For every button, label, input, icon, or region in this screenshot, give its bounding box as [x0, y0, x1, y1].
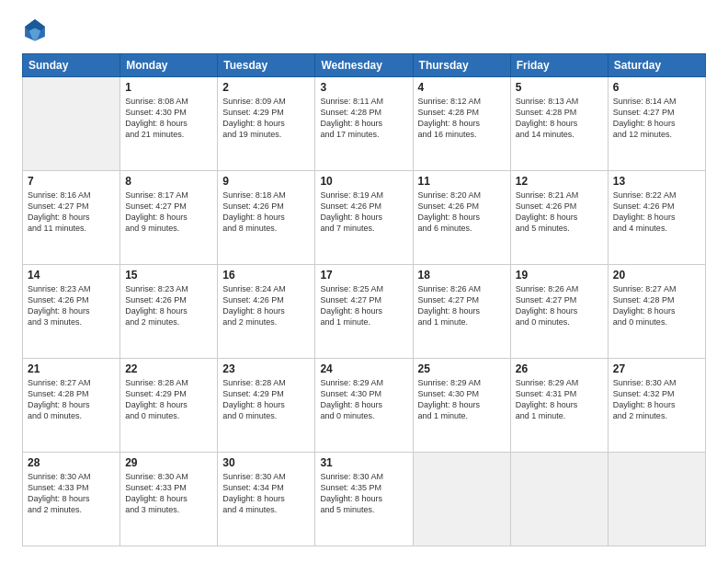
- cell-text: Sunrise: 8:22 AM Sunset: 4:26 PM Dayligh…: [613, 190, 700, 235]
- calendar-cell: 19Sunrise: 8:26 AM Sunset: 4:27 PM Dayli…: [510, 265, 608, 359]
- day-number: 8: [125, 175, 212, 188]
- calendar-cell: 14Sunrise: 8:23 AM Sunset: 4:26 PM Dayli…: [23, 265, 120, 359]
- calendar-header-sunday: Sunday: [23, 54, 120, 77]
- calendar-week-5: 28Sunrise: 8:30 AM Sunset: 4:33 PM Dayli…: [23, 453, 706, 546]
- cell-text: Sunrise: 8:26 AM Sunset: 4:27 PM Dayligh…: [516, 283, 603, 328]
- calendar-cell: 12Sunrise: 8:21 AM Sunset: 4:26 PM Dayli…: [510, 171, 608, 265]
- cell-text: Sunrise: 8:30 AM Sunset: 4:35 PM Dayligh…: [320, 471, 407, 516]
- day-number: 21: [28, 362, 115, 375]
- day-number: 13: [613, 175, 700, 188]
- day-number: 25: [418, 362, 506, 375]
- cell-text: Sunrise: 8:27 AM Sunset: 4:28 PM Dayligh…: [28, 377, 115, 422]
- day-number: 12: [516, 175, 603, 188]
- day-number: 31: [320, 456, 407, 469]
- calendar-cell: 23Sunrise: 8:28 AM Sunset: 4:29 PM Dayli…: [218, 359, 315, 453]
- calendar-cell: 30Sunrise: 8:30 AM Sunset: 4:34 PM Dayli…: [218, 453, 315, 546]
- cell-text: Sunrise: 8:30 AM Sunset: 4:34 PM Dayligh…: [222, 471, 310, 516]
- cell-text: Sunrise: 8:29 AM Sunset: 4:31 PM Dayligh…: [516, 377, 603, 422]
- calendar-cell: 24Sunrise: 8:29 AM Sunset: 4:30 PM Dayli…: [315, 359, 413, 453]
- calendar-cell: [23, 77, 120, 171]
- calendar-cell: 8Sunrise: 8:17 AM Sunset: 4:27 PM Daylig…: [120, 171, 218, 265]
- cell-text: Sunrise: 8:29 AM Sunset: 4:30 PM Dayligh…: [418, 377, 506, 422]
- calendar-week-1: 1Sunrise: 8:08 AM Sunset: 4:30 PM Daylig…: [23, 77, 706, 171]
- cell-text: Sunrise: 8:29 AM Sunset: 4:30 PM Dayligh…: [320, 377, 407, 422]
- calendar-cell: 15Sunrise: 8:23 AM Sunset: 4:26 PM Dayli…: [120, 265, 218, 359]
- day-number: 27: [613, 362, 700, 375]
- cell-text: Sunrise: 8:08 AM Sunset: 4:30 PM Dayligh…: [125, 96, 212, 141]
- day-number: 3: [320, 81, 407, 94]
- day-number: 1: [125, 81, 212, 94]
- calendar-cell: 22Sunrise: 8:28 AM Sunset: 4:29 PM Dayli…: [120, 359, 218, 453]
- day-number: 30: [222, 456, 310, 469]
- calendar-cell: 1Sunrise: 8:08 AM Sunset: 4:30 PM Daylig…: [120, 77, 218, 171]
- cell-text: Sunrise: 8:21 AM Sunset: 4:26 PM Dayligh…: [516, 190, 603, 235]
- calendar-header-wednesday: Wednesday: [315, 54, 413, 77]
- calendar-week-3: 14Sunrise: 8:23 AM Sunset: 4:26 PM Dayli…: [23, 265, 706, 359]
- calendar-table: SundayMondayTuesdayWednesdayThursdayFrid…: [22, 53, 706, 546]
- calendar-cell: 10Sunrise: 8:19 AM Sunset: 4:26 PM Dayli…: [315, 171, 413, 265]
- day-number: 2: [222, 81, 310, 94]
- cell-text: Sunrise: 8:14 AM Sunset: 4:27 PM Dayligh…: [613, 96, 700, 141]
- day-number: 26: [516, 362, 603, 375]
- calendar-cell: 3Sunrise: 8:11 AM Sunset: 4:28 PM Daylig…: [315, 77, 413, 171]
- day-number: 15: [125, 269, 212, 282]
- cell-text: Sunrise: 8:30 AM Sunset: 4:33 PM Dayligh…: [125, 471, 212, 516]
- day-number: 22: [125, 362, 212, 375]
- cell-text: Sunrise: 8:19 AM Sunset: 4:26 PM Dayligh…: [320, 190, 407, 235]
- calendar-cell: 11Sunrise: 8:20 AM Sunset: 4:26 PM Dayli…: [413, 171, 510, 265]
- calendar-cell: 21Sunrise: 8:27 AM Sunset: 4:28 PM Dayli…: [23, 359, 120, 453]
- calendar-cell: 25Sunrise: 8:29 AM Sunset: 4:30 PM Dayli…: [413, 359, 510, 453]
- calendar-header-row: SundayMondayTuesdayWednesdayThursdayFrid…: [23, 54, 706, 77]
- cell-text: Sunrise: 8:23 AM Sunset: 4:26 PM Dayligh…: [28, 283, 115, 328]
- generalblue-icon: [22, 17, 48, 42]
- calendar-cell: 27Sunrise: 8:30 AM Sunset: 4:32 PM Dayli…: [608, 359, 705, 453]
- page: SundayMondayTuesdayWednesdayThursdayFrid…: [0, 0, 728, 563]
- calendar-cell: 20Sunrise: 8:27 AM Sunset: 4:28 PM Dayli…: [608, 265, 705, 359]
- day-number: 23: [222, 362, 310, 375]
- calendar-cell: 5Sunrise: 8:13 AM Sunset: 4:28 PM Daylig…: [510, 77, 608, 171]
- header: [22, 17, 706, 42]
- logo: [22, 17, 50, 42]
- cell-text: Sunrise: 8:23 AM Sunset: 4:26 PM Dayligh…: [125, 283, 212, 328]
- cell-text: Sunrise: 8:09 AM Sunset: 4:29 PM Dayligh…: [222, 96, 310, 141]
- calendar-cell: 31Sunrise: 8:30 AM Sunset: 4:35 PM Dayli…: [315, 453, 413, 546]
- cell-text: Sunrise: 8:20 AM Sunset: 4:26 PM Dayligh…: [418, 190, 506, 235]
- cell-text: Sunrise: 8:26 AM Sunset: 4:27 PM Dayligh…: [418, 283, 506, 328]
- calendar-cell: 13Sunrise: 8:22 AM Sunset: 4:26 PM Dayli…: [608, 171, 705, 265]
- calendar-cell: [510, 453, 608, 546]
- calendar-cell: [413, 453, 510, 546]
- cell-text: Sunrise: 8:11 AM Sunset: 4:28 PM Dayligh…: [320, 96, 407, 141]
- calendar-header-tuesday: Tuesday: [218, 54, 315, 77]
- day-number: 9: [222, 175, 310, 188]
- day-number: 10: [320, 175, 407, 188]
- cell-text: Sunrise: 8:27 AM Sunset: 4:28 PM Dayligh…: [613, 283, 700, 328]
- day-number: 19: [516, 269, 603, 282]
- day-number: 29: [125, 456, 212, 469]
- calendar-cell: 7Sunrise: 8:16 AM Sunset: 4:27 PM Daylig…: [23, 171, 120, 265]
- day-number: 7: [28, 175, 115, 188]
- calendar-header-thursday: Thursday: [413, 54, 510, 77]
- calendar-cell: 29Sunrise: 8:30 AM Sunset: 4:33 PM Dayli…: [120, 453, 218, 546]
- cell-text: Sunrise: 8:17 AM Sunset: 4:27 PM Dayligh…: [125, 190, 212, 235]
- calendar-cell: 26Sunrise: 8:29 AM Sunset: 4:31 PM Dayli…: [510, 359, 608, 453]
- calendar-header-saturday: Saturday: [608, 54, 705, 77]
- calendar-cell: 2Sunrise: 8:09 AM Sunset: 4:29 PM Daylig…: [218, 77, 315, 171]
- calendar-cell: 16Sunrise: 8:24 AM Sunset: 4:26 PM Dayli…: [218, 265, 315, 359]
- calendar-cell: 6Sunrise: 8:14 AM Sunset: 4:27 PM Daylig…: [608, 77, 705, 171]
- calendar-cell: 17Sunrise: 8:25 AM Sunset: 4:27 PM Dayli…: [315, 265, 413, 359]
- day-number: 5: [516, 81, 603, 94]
- cell-text: Sunrise: 8:30 AM Sunset: 4:33 PM Dayligh…: [28, 471, 115, 516]
- calendar-week-4: 21Sunrise: 8:27 AM Sunset: 4:28 PM Dayli…: [23, 359, 706, 453]
- cell-text: Sunrise: 8:28 AM Sunset: 4:29 PM Dayligh…: [125, 377, 212, 422]
- calendar-cell: 4Sunrise: 8:12 AM Sunset: 4:28 PM Daylig…: [413, 77, 510, 171]
- cell-text: Sunrise: 8:28 AM Sunset: 4:29 PM Dayligh…: [222, 377, 310, 422]
- cell-text: Sunrise: 8:16 AM Sunset: 4:27 PM Dayligh…: [28, 190, 115, 235]
- day-number: 17: [320, 269, 407, 282]
- cell-text: Sunrise: 8:13 AM Sunset: 4:28 PM Dayligh…: [516, 96, 603, 141]
- cell-text: Sunrise: 8:18 AM Sunset: 4:26 PM Dayligh…: [222, 190, 310, 235]
- calendar-header-friday: Friday: [510, 54, 608, 77]
- day-number: 4: [418, 81, 506, 94]
- calendar-cell: 28Sunrise: 8:30 AM Sunset: 4:33 PM Dayli…: [23, 453, 120, 546]
- day-number: 14: [28, 269, 115, 282]
- cell-text: Sunrise: 8:12 AM Sunset: 4:28 PM Dayligh…: [418, 96, 506, 141]
